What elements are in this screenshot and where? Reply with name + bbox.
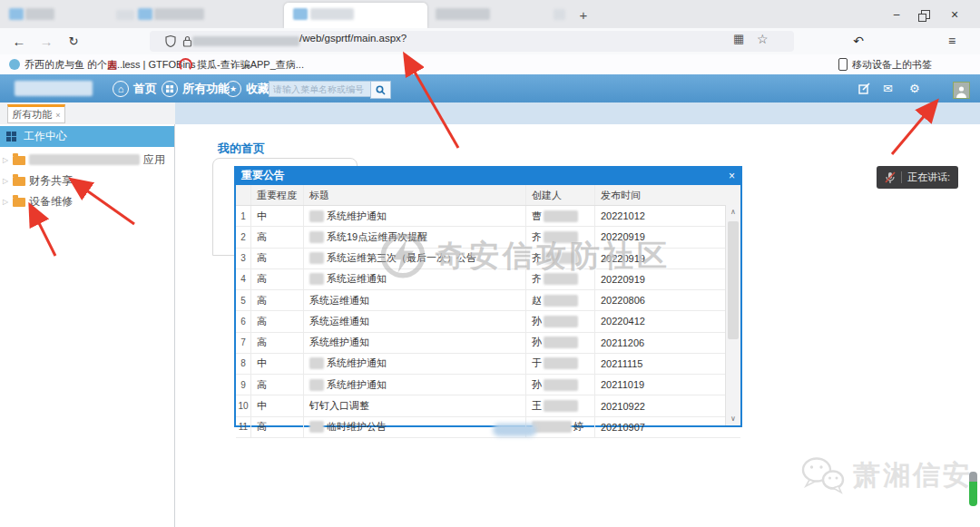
cell-level: 中 — [251, 395, 304, 415]
modal-title: 重要公告 — [241, 168, 285, 183]
table-row[interactable]: 7高系统维护通知孙20211206 — [236, 333, 740, 354]
sidebar-item-work-center[interactable]: 工作中心 — [0, 126, 174, 147]
gear-icon[interactable]: ⚙ — [909, 82, 920, 95]
cell-num: 7 — [236, 333, 251, 353]
window-close-button[interactable]: × — [940, 0, 969, 28]
announcement-title: 系统19点运维再次提醒 — [327, 230, 427, 244]
table-row[interactable]: 9高系统维护通知孙20211019 — [236, 375, 740, 395]
creator-name: 于 — [532, 356, 542, 370]
table-row[interactable]: 6高系统运维通知孙20220412 — [236, 311, 740, 332]
folder-icon — [13, 198, 25, 207]
cell-num: 9 — [236, 375, 251, 395]
cell-title: 系统19点运维再次提醒 — [304, 227, 526, 247]
tab-title-redacted — [310, 8, 354, 20]
cell-level: 高 — [251, 269, 304, 289]
cell-title: 系统维护通知 — [304, 206, 526, 226]
tab-title-redacted[interactable] — [25, 8, 54, 20]
mobile-bookmarks[interactable]: 移动设备上的书签 — [838, 57, 932, 72]
creator-name: 赵 — [532, 294, 542, 307]
redacted-text — [309, 273, 324, 285]
tab-icon-redacted[interactable] — [554, 9, 565, 20]
window-restore-button[interactable] — [911, 0, 940, 28]
tab-title-redacted[interactable] — [154, 8, 204, 20]
window-minimize-button[interactable]: – — [882, 0, 911, 28]
table-row[interactable]: 5高系统运维通知赵20220806 — [236, 290, 740, 311]
active-tab[interactable] — [284, 3, 427, 28]
nav-favorites[interactable]: ★ 收藏 — [225, 74, 270, 102]
scroll-down-arrow[interactable]: ∨ — [726, 412, 740, 425]
url-bar[interactable] — [150, 31, 794, 52]
expander-icon[interactable]: ▷ — [3, 198, 9, 206]
bookmark-star-icon[interactable]: ☆ — [757, 32, 769, 46]
mail-icon[interactable]: ✉ — [883, 82, 893, 95]
cell-date: 20220919 — [595, 227, 724, 247]
cell-date: 20211019 — [595, 375, 724, 395]
cell-creator: 孙 — [526, 333, 595, 353]
cell-level: 高 — [251, 227, 304, 247]
green-bar-decoration — [969, 472, 977, 506]
sidebar-item-equipment-repair[interactable]: ▷ 设备维修 — [0, 191, 174, 211]
modal-close-icon[interactable]: × — [729, 170, 735, 182]
meeting-speaking-overlay: 正在讲话: — [877, 166, 958, 189]
url-path[interactable]: /web/gsprtf/main.aspx? — [299, 33, 407, 44]
bookmark-favicon-grid: ▦ — [107, 59, 118, 70]
bookmark-item[interactable]: 摸瓜-查诈骗APP_查病... — [179, 57, 304, 72]
redacted-text — [544, 400, 578, 412]
tab-title-redacted[interactable] — [436, 8, 490, 20]
redacted-text — [544, 231, 578, 243]
note-icon[interactable] — [858, 83, 870, 97]
workspace-tab-all-functions[interactable]: 所有功能 × — [7, 104, 65, 123]
scroll-up-arrow[interactable]: ∧ — [726, 205, 740, 219]
expander-icon[interactable]: ▷ — [3, 177, 9, 185]
table-row[interactable]: 4高系统运维通知齐20220919 — [236, 269, 740, 290]
table-row[interactable]: 2高系统19点运维再次提醒齐20220919 — [236, 227, 740, 248]
redacted-text — [532, 421, 572, 433]
person-icon — [956, 85, 967, 98]
table-row[interactable]: 10中钉钉入口调整王20210922 — [236, 395, 740, 416]
page-title: 我的首页 — [218, 141, 265, 157]
redacted-text — [544, 357, 578, 369]
overlay-divider — [901, 171, 902, 183]
cell-level: 高 — [251, 249, 304, 268]
back-button[interactable]: ← — [7, 28, 31, 54]
col-header-title: 标题 — [304, 185, 526, 205]
table-row[interactable]: 1中系统维护通知曹20221012 — [236, 206, 740, 227]
table-row[interactable]: 11高临时维护公告婷20210907 — [236, 417, 740, 438]
tab-favicon-redacted[interactable] — [9, 8, 24, 20]
search-button[interactable] — [370, 81, 391, 99]
table-scrollbar[interactable]: ∧ ∨ — [725, 205, 740, 425]
expander-icon[interactable]: ▷ — [3, 156, 9, 164]
menu-button[interactable]: ≡ — [940, 28, 964, 54]
menu-search-input[interactable] — [269, 81, 374, 97]
table-header-row: 重要程度 标题 创建人 发布时间 — [236, 185, 740, 206]
tab-close-icon[interactable]: × — [55, 111, 60, 120]
tab-title-redacted[interactable] — [116, 10, 134, 20]
forward-button[interactable]: → — [34, 28, 58, 54]
redacted-text — [309, 231, 324, 243]
announcement-title: 系统维护通知 — [309, 336, 369, 349]
redacted-text — [309, 421, 324, 433]
redacted-text — [544, 252, 578, 264]
new-tab-button[interactable]: + — [573, 5, 593, 24]
user-avatar[interactable] — [953, 82, 970, 99]
tab-favicon-redacted[interactable] — [138, 8, 152, 20]
scrollbar-thumb[interactable] — [728, 221, 739, 339]
creator-name: 孙 — [532, 378, 542, 392]
extension-icon-undo[interactable]: ↶ — [847, 28, 870, 54]
nav-home[interactable]: ⌂ 首页 — [113, 74, 157, 102]
creator-name: 齐 — [532, 230, 542, 244]
nav-all-functions[interactable]: 所有功能 — [162, 74, 230, 102]
sidebar-item-app[interactable]: ▷ 应用 — [0, 150, 174, 170]
table-row[interactable]: 8中系统维护通知于20211115 — [236, 354, 740, 375]
qr-grid-icon[interactable]: ▦ — [733, 32, 744, 45]
speaking-label: 正在讲话: — [907, 171, 950, 184]
reload-button[interactable]: ↻ — [62, 28, 85, 54]
table-row[interactable]: 3高系统运维第三次（最后一次）公告齐20220919 — [236, 249, 740, 269]
cell-level: 高 — [251, 417, 304, 437]
modal-header[interactable]: 重要公告 × — [234, 166, 742, 185]
redacted-text — [544, 316, 578, 327]
cell-title: 钉钉入口调整 — [304, 395, 526, 415]
cell-level: 中 — [251, 206, 304, 226]
sidebar-item-finance-sharing[interactable]: ▷ 财务共享 — [0, 171, 174, 190]
home-icon: ⌂ — [113, 81, 129, 97]
